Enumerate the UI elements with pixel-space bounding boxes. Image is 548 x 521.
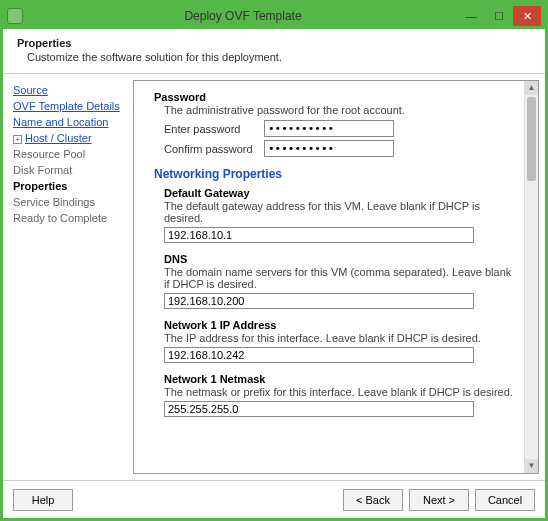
close-button[interactable]: ✕ xyxy=(513,6,541,26)
enter-password-label: Enter password xyxy=(164,123,264,135)
confirm-password-label: Confirm password xyxy=(164,143,264,155)
dns-property: DNS The domain name servers for this VM … xyxy=(154,253,514,309)
enter-password-input[interactable] xyxy=(264,120,394,137)
step-service-bindings: Service Bindings xyxy=(13,194,129,210)
netmask-desc: The netmask or prefix for this interface… xyxy=(164,386,514,398)
default-gateway-desc: The default gateway address for this VM.… xyxy=(164,200,514,224)
minimize-button[interactable]: ― xyxy=(457,6,485,26)
wizard-footer: Help < Back Next > Cancel xyxy=(3,480,545,518)
ip-address-property: Network 1 IP Address The IP address for … xyxy=(154,319,514,363)
maximize-button[interactable]: ☐ xyxy=(485,6,513,26)
step-host-cluster[interactable]: +Host / Cluster xyxy=(13,130,129,146)
password-section-title: Password xyxy=(154,91,514,103)
default-gateway-input[interactable] xyxy=(164,227,474,243)
ip-address-title: Network 1 IP Address xyxy=(164,319,514,331)
wizard-body: Source OVF Template Details Name and Loc… xyxy=(3,74,545,480)
scroll-down-icon[interactable]: ▼ xyxy=(525,459,538,473)
vertical-scrollbar[interactable]: ▲ ▼ xyxy=(524,81,538,473)
page-subtitle: Customize the software solution for this… xyxy=(17,49,531,63)
deploy-ovf-window: Deploy OVF Template ― ☐ ✕ Properties Cus… xyxy=(0,0,548,521)
cancel-button[interactable]: Cancel xyxy=(475,489,535,511)
vsphere-icon xyxy=(7,8,23,24)
window-title: Deploy OVF Template xyxy=(29,9,457,23)
netmask-input[interactable] xyxy=(164,401,474,417)
next-button[interactable]: Next > xyxy=(409,489,469,511)
networking-category-title: Networking Properties xyxy=(154,167,514,181)
dns-title: DNS xyxy=(164,253,514,265)
back-button[interactable]: < Back xyxy=(343,489,403,511)
dns-desc: The domain name servers for this VM (com… xyxy=(164,266,514,290)
scrollbar-thumb[interactable] xyxy=(527,97,536,181)
ip-address-desc: The IP address for this interface. Leave… xyxy=(164,332,514,344)
step-resource-pool: Resource Pool xyxy=(13,146,129,162)
wizard-header: Properties Customize the software soluti… xyxy=(3,29,545,74)
netmask-property: Network 1 Netmask The netmask or prefix … xyxy=(154,373,514,417)
titlebar[interactable]: Deploy OVF Template ― ☐ ✕ xyxy=(3,3,545,29)
help-button[interactable]: Help xyxy=(13,489,73,511)
properties-scroll-area[interactable]: Password The administrative password for… xyxy=(134,81,524,473)
default-gateway-title: Default Gateway xyxy=(164,187,514,199)
page-title: Properties xyxy=(17,37,531,49)
properties-panel: Password The administrative password for… xyxy=(133,80,539,474)
expand-icon[interactable]: + xyxy=(13,135,22,144)
netmask-title: Network 1 Netmask xyxy=(164,373,514,385)
step-disk-format: Disk Format xyxy=(13,162,129,178)
password-section-desc: The administrative password for the root… xyxy=(164,104,514,116)
wizard-steps-sidebar: Source OVF Template Details Name and Loc… xyxy=(3,74,133,480)
default-gateway-property: Default Gateway The default gateway addr… xyxy=(154,187,514,243)
step-ready-to-complete: Ready to Complete xyxy=(13,210,129,226)
ip-address-input[interactable] xyxy=(164,347,474,363)
confirm-password-input[interactable] xyxy=(264,140,394,157)
step-name-and-location[interactable]: Name and Location xyxy=(13,114,129,130)
step-properties: Properties xyxy=(13,178,129,194)
scroll-up-icon[interactable]: ▲ xyxy=(525,81,538,95)
step-source[interactable]: Source xyxy=(13,82,129,98)
dns-input[interactable] xyxy=(164,293,474,309)
step-ovf-details[interactable]: OVF Template Details xyxy=(13,98,129,114)
